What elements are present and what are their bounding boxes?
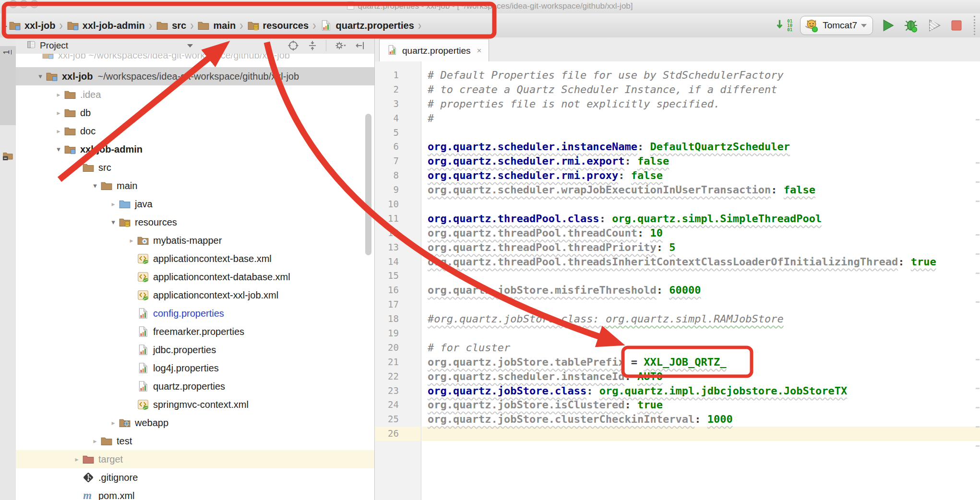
breadcrumb-item-xxl-job[interactable]: xxl-job bbox=[9, 19, 55, 32]
update-running-app-icon[interactable]: 011001 bbox=[776, 18, 792, 33]
tool-window-stripe: 1: Project bbox=[0, 37, 16, 500]
tree-item-applicationcontext-base.xml[interactable]: applicationcontext-base.xml bbox=[16, 250, 374, 268]
code-line-10[interactable] bbox=[422, 197, 980, 212]
code-line-12[interactable]: org.quartz.threadPool.threadCount: 10 bbox=[422, 226, 980, 240]
tree-item-java[interactable]: ▸java bbox=[16, 195, 374, 213]
tree-item-.gitignore[interactable]: .gitignore bbox=[16, 468, 374, 487]
code-line-24[interactable]: org.quartz.jobStore.isClustered: true bbox=[422, 398, 980, 412]
tree-item-jdbc.properties[interactable]: jdbc.properties bbox=[16, 341, 374, 359]
chevron-collapsed-icon[interactable]: ▸ bbox=[108, 419, 119, 427]
run-with-coverage-button[interactable] bbox=[927, 18, 942, 33]
breadcrumb-item-quartz.properties[interactable]: quartz.properties bbox=[320, 19, 414, 32]
breadcrumb-item-src[interactable]: src bbox=[156, 19, 186, 32]
code-line-26[interactable] bbox=[422, 427, 980, 441]
hide-panel-icon[interactable] bbox=[354, 40, 366, 51]
editor-gutter: 1234567891011121314151617181920212223242… bbox=[375, 61, 421, 500]
tree-item-xxl-job-admin[interactable]: ▾xxl-job-admin bbox=[16, 140, 374, 158]
code-line-13[interactable]: org.quartz.threadPool.threadPriority: 5 bbox=[422, 240, 980, 255]
folder-icon bbox=[197, 19, 210, 32]
close-icon[interactable]: × bbox=[477, 46, 482, 56]
tree-item-quartz.properties[interactable]: quartz.properties bbox=[16, 377, 374, 395]
code-line-9[interactable]: org.quartz.scheduler.wrapJobExecutionInU… bbox=[422, 183, 980, 197]
run-button[interactable] bbox=[881, 18, 895, 33]
tree-item-config.properties[interactable]: config.properties bbox=[16, 304, 374, 322]
code-line-8[interactable]: org.quartz.scheduler.rmi.proxy: false bbox=[422, 168, 980, 183]
chevron-collapsed-icon[interactable]: ▸ bbox=[53, 109, 64, 117]
chevron-expanded-icon[interactable]: ▾ bbox=[90, 181, 100, 190]
breadcrumb-item-main[interactable]: main bbox=[197, 19, 236, 32]
code-area[interactable]: # Default Properties file for use by Std… bbox=[422, 61, 980, 500]
code-line-22[interactable]: org.quartz.scheduler.instanceId: AUTO bbox=[422, 369, 980, 384]
code-line-18[interactable]: #org.quartz.jobStore.class: org.quartz.s… bbox=[422, 312, 980, 326]
ide-window: quartz.properties - xxl-job - [~/workspa… bbox=[0, 0, 980, 500]
tree-item-log4j.properties[interactable]: log4j.properties bbox=[16, 359, 374, 377]
tree-scrollbar-thumb[interactable] bbox=[365, 114, 371, 255]
tree-item-target[interactable]: ▸target bbox=[16, 450, 374, 468]
code-line-17[interactable] bbox=[422, 298, 980, 312]
code-line-25[interactable]: org.quartz.jobStore.clusterCheckinInterv… bbox=[422, 412, 980, 427]
debug-button[interactable] bbox=[903, 18, 919, 33]
code-line-11[interactable]: org.quartz.threadPool.class: org.quartz.… bbox=[422, 212, 980, 226]
tree-item-src[interactable]: ▾src bbox=[16, 158, 374, 177]
code-line-20[interactable]: # for cluster bbox=[422, 341, 980, 355]
chevron-collapsed-icon[interactable]: ▸ bbox=[53, 127, 64, 135]
chevron-expanded-icon[interactable]: ▾ bbox=[35, 72, 46, 81]
tree-item-applicationcontext-database.xml[interactable]: applicationcontext-database.xml bbox=[16, 268, 374, 286]
run-configuration-select[interactable]: Tomcat7 bbox=[800, 16, 873, 35]
tree-item-main[interactable]: ▾main bbox=[16, 177, 374, 195]
code-line-21[interactable]: org.quartz.jobStore.tablePrefix = XXL_JO… bbox=[422, 355, 980, 369]
navigation-bar: xxl-job›xxl-job-admin›src›main›resources… bbox=[0, 13, 980, 38]
breadcrumb-item-resources[interactable]: resources bbox=[247, 19, 309, 32]
code-line-15[interactable] bbox=[422, 269, 980, 283]
chevron-expanded-icon[interactable]: ▾ bbox=[72, 163, 82, 172]
chevron-collapsed-icon[interactable]: ▸ bbox=[90, 437, 100, 445]
tree-item-xxl-job[interactable]: ▾xxl-job~/workspaces/idea-git-workspace/… bbox=[16, 67, 374, 85]
tree-item-db[interactable]: ▸db bbox=[16, 104, 374, 122]
code-line-7[interactable]: org.quartz.scheduler.rmi.export: false bbox=[422, 154, 980, 168]
tree-item-label: freemarker.properties bbox=[153, 326, 244, 337]
tree-item-mybatis-mapper[interactable]: ▸mybatis-mapper bbox=[16, 231, 374, 250]
chevron-collapsed-icon[interactable]: ▸ bbox=[126, 237, 137, 244]
chevron-down-icon[interactable] bbox=[187, 44, 193, 48]
line-number-1: 1 bbox=[375, 68, 421, 83]
locate-file-icon[interactable] bbox=[287, 40, 299, 51]
code-line-14[interactable]: org.quartz.threadPool.threadsInheritCont… bbox=[422, 255, 980, 269]
tree-item-test[interactable]: ▸test bbox=[16, 432, 374, 450]
line-number-23: 23 bbox=[375, 384, 421, 398]
line-number-6: 6 bbox=[375, 140, 421, 154]
code-line-19[interactable] bbox=[422, 326, 980, 341]
breadcrumb-item-xxl-job-admin[interactable]: xxl-job-admin bbox=[67, 19, 145, 32]
chevron-expanded-icon[interactable]: ▾ bbox=[108, 218, 119, 226]
chevron-collapsed-icon[interactable]: ▸ bbox=[53, 91, 64, 98]
chevron-collapsed-icon[interactable]: ▸ bbox=[108, 200, 119, 208]
tree-item-springmvc-context.xml[interactable]: springmvc-context.xml bbox=[16, 395, 374, 414]
sidebar-tab-project[interactable]: 1: Project bbox=[0, 46, 16, 125]
code-line-4[interactable]: # bbox=[422, 111, 980, 126]
project-panel-header[interactable]: Project bbox=[16, 37, 374, 54]
tree-item-applicationcontext-xxl-job.xml[interactable]: applicationcontext-xxl-job.xml bbox=[16, 286, 374, 304]
chevron-down-icon bbox=[861, 24, 867, 27]
tree-item-freemarker.properties[interactable]: freemarker.properties bbox=[16, 322, 374, 341]
tab-quartz-properties[interactable]: quartz.properties × bbox=[379, 39, 489, 62]
tree-item-pom.xml[interactable]: mpom.xml bbox=[16, 487, 374, 500]
tree-item-doc[interactable]: ▸doc bbox=[16, 122, 374, 140]
tree-item-webapp[interactable]: ▸webapp bbox=[16, 414, 374, 432]
collapse-all-icon[interactable] bbox=[307, 40, 318, 51]
chevron-expanded-icon[interactable]: ▾ bbox=[53, 145, 64, 154]
tree-item-label: xxl-job-admin bbox=[80, 144, 143, 155]
code-line-3[interactable]: # properties file is not explicitly spec… bbox=[422, 97, 980, 111]
spring-icon bbox=[137, 398, 149, 411]
tree-item-resources[interactable]: ▾resources bbox=[16, 213, 374, 231]
code-line-1[interactable]: # Default Properties file for use by Std… bbox=[422, 68, 980, 83]
chevron-collapsed-icon[interactable]: ▸ bbox=[72, 455, 82, 463]
code-line-16[interactable]: org.quartz.jobStore.misfireThreshold: 60… bbox=[422, 283, 980, 298]
code-line-5[interactable] bbox=[422, 126, 980, 140]
code-line-23[interactable]: org.quartz.jobStore.class: org.quartz.im… bbox=[422, 384, 980, 398]
code-line-6[interactable]: org.quartz.scheduler.instanceName: Defau… bbox=[422, 140, 980, 154]
tree-item-.idea[interactable]: ▸.idea bbox=[16, 85, 374, 104]
project-tool-icon[interactable] bbox=[2, 150, 13, 163]
editor-content[interactable]: 1234567891011121314151617181920212223242… bbox=[375, 61, 980, 500]
gear-icon[interactable] bbox=[334, 39, 347, 52]
code-line-2[interactable]: # to create a Quartz Scheduler Instance,… bbox=[422, 83, 980, 97]
stop-button[interactable] bbox=[950, 19, 963, 32]
